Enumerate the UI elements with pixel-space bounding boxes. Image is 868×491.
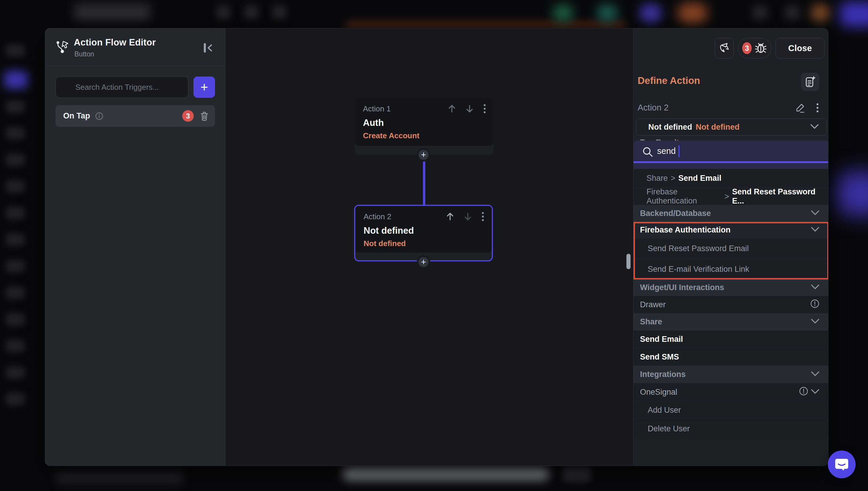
move-up-icon[interactable] bbox=[447, 104, 456, 113]
run-flow-icon bbox=[718, 42, 730, 55]
blurred-sidebar-item bbox=[6, 366, 25, 379]
item-send-sms[interactable]: Send SMS bbox=[633, 348, 829, 366]
item-delete-user[interactable]: Delete User bbox=[633, 419, 829, 438]
action-node-2-card: Action 2 Not defined Not defined bbox=[355, 206, 492, 253]
canvas-toolbar: 3 Close bbox=[715, 38, 825, 58]
move-down-icon[interactable] bbox=[465, 104, 474, 113]
blurred-banner-strip bbox=[346, 23, 626, 27]
blurred-topbar-icon bbox=[784, 5, 801, 21]
blurred-bottom-breadcrumb bbox=[56, 471, 183, 484]
blurred-sidebar-item bbox=[6, 233, 25, 246]
blurred-avatar-green bbox=[552, 4, 573, 23]
panel-title: Define Action bbox=[638, 75, 700, 86]
dropdown-value-secondary: Not defined bbox=[696, 123, 740, 132]
collapse-panel-button[interactable] bbox=[202, 41, 214, 54]
chevron-down-icon bbox=[810, 225, 820, 235]
result-firebase-send-reset[interactable]: Firebase Authentication > Send Reset Pas… bbox=[633, 187, 829, 205]
item-send-reset-password-email[interactable]: Send Reset Password Email bbox=[633, 238, 829, 259]
chevron-down-icon bbox=[810, 387, 820, 397]
blurred-primary-button bbox=[840, 2, 868, 27]
trigger-label: On Tap bbox=[63, 111, 90, 120]
add-trigger-button[interactable]: + bbox=[193, 77, 215, 98]
node-subtitle: Not defined bbox=[364, 239, 485, 248]
blurred-sidebar-item bbox=[6, 180, 25, 193]
result-share-send-email[interactable]: Share > Send Email bbox=[633, 169, 829, 187]
blurred-sidebar-item bbox=[6, 287, 25, 299]
blurred-sidebar-item bbox=[6, 207, 25, 219]
blurred-avatar-teal bbox=[597, 4, 618, 23]
blurred-sidebar-active-item bbox=[4, 71, 28, 89]
blurred-sidebar-item bbox=[6, 260, 25, 272]
section-firebase-authentication[interactable]: Firebase Authentication bbox=[633, 222, 829, 238]
chevron-down-icon bbox=[810, 317, 820, 326]
triggers-panel: Action Flow Editor Button + On Tap bbox=[45, 28, 226, 466]
action-search-field[interactable] bbox=[633, 141, 829, 163]
node-subtitle: Create Account bbox=[363, 131, 486, 140]
blurred-avatar-indigo bbox=[639, 4, 662, 23]
search-triggers-input[interactable] bbox=[56, 77, 188, 98]
add-action-button[interactable]: + bbox=[417, 148, 430, 162]
text-cursor bbox=[679, 145, 680, 157]
action-flow-editor-window: Action Flow Editor Button + On Tap bbox=[45, 28, 829, 466]
dropdown-value-primary: Not defined bbox=[648, 123, 692, 132]
item-send-email-verification-link[interactable]: Send E-mail Verification Link bbox=[633, 259, 829, 280]
action-search-input[interactable] bbox=[657, 141, 775, 161]
edit-action-icon[interactable] bbox=[795, 102, 806, 113]
warning-icon bbox=[799, 386, 809, 398]
flow-canvas[interactable]: Action 1 Auth Create Account + bbox=[226, 28, 633, 466]
item-drawer[interactable]: Drawer bbox=[633, 296, 829, 313]
blurred-sidebar-item bbox=[6, 313, 25, 325]
app-root: { "colors": { "accent_orange": "#e0855f"… bbox=[0, 0, 868, 491]
item-add-user[interactable]: Add User bbox=[633, 401, 829, 419]
blurred-sidebar-item bbox=[6, 127, 25, 139]
section-widget-ui-interactions[interactable]: Widget/UI Interactions bbox=[633, 280, 829, 296]
blurred-sidebar-item bbox=[6, 44, 25, 57]
node-menu-icon[interactable] bbox=[483, 104, 486, 114]
node-title: Auth bbox=[363, 118, 486, 128]
test-flow-button[interactable] bbox=[715, 38, 734, 58]
blurred-bottom-zoom-box bbox=[563, 466, 591, 482]
chevron-down-icon bbox=[810, 123, 819, 131]
move-up-icon[interactable] bbox=[446, 212, 454, 221]
action-flow-icon bbox=[55, 39, 69, 55]
node-connector-line bbox=[423, 161, 425, 206]
panel-subtitle: Button bbox=[74, 50, 94, 58]
panel-title: Action Flow Editor bbox=[74, 37, 156, 48]
delete-trigger-icon[interactable] bbox=[200, 111, 209, 121]
blurred-topbar-icon bbox=[216, 5, 231, 20]
blurred-topbar-project bbox=[74, 4, 151, 21]
add-action-button[interactable]: + bbox=[417, 255, 430, 269]
chat-bubble-icon bbox=[834, 456, 849, 473]
copy-action-button[interactable] bbox=[801, 73, 819, 91]
blurred-sidebar-item bbox=[6, 393, 25, 405]
debug-panel-button[interactable]: 3 bbox=[738, 38, 771, 58]
chat-launcher-button[interactable] bbox=[828, 451, 856, 478]
section-share[interactable]: Share bbox=[633, 313, 829, 330]
canvas-scrollbar-thumb[interactable] bbox=[626, 254, 631, 269]
item-send-email[interactable]: Send Email bbox=[633, 330, 829, 348]
trigger-search-row: + bbox=[56, 77, 215, 98]
blurred-avatar-orange bbox=[678, 3, 707, 24]
section-backend-database[interactable]: Backend/Database bbox=[633, 205, 829, 222]
chevron-down-icon bbox=[810, 209, 820, 218]
close-button[interactable]: Close bbox=[776, 38, 825, 58]
node-label: Action 1 bbox=[363, 104, 391, 113]
item-onesignal[interactable]: OneSignal bbox=[633, 383, 829, 401]
action-node-2-selected[interactable]: Action 2 Not defined Not defined bbox=[354, 205, 493, 261]
blurred-avatar-amber bbox=[811, 4, 830, 22]
node-menu-icon[interactable] bbox=[481, 211, 485, 222]
chevron-down-icon bbox=[810, 283, 820, 292]
highlighted-firebase-group: Firebase Authentication Send Reset Passw… bbox=[633, 222, 829, 280]
action-node-1[interactable]: Action 1 Auth Create Account bbox=[355, 98, 493, 155]
chevron-down-icon bbox=[810, 370, 820, 379]
action-type-dropdown[interactable]: Not defined Not defined bbox=[636, 118, 827, 136]
node-title: Not defined bbox=[364, 225, 485, 236]
define-action-panel: Define Action Action 2 Not defined Not d bbox=[633, 28, 829, 466]
trigger-item-on-tap[interactable]: On Tap 3 bbox=[56, 105, 215, 127]
blurred-sidebar-item bbox=[6, 340, 25, 352]
action-node-1-card: Action 1 Auth Create Account bbox=[355, 98, 493, 146]
move-down-icon[interactable] bbox=[463, 212, 472, 221]
triggers-panel-header: Action Flow Editor Button bbox=[45, 28, 225, 66]
action-menu-icon[interactable] bbox=[816, 102, 819, 113]
section-integrations[interactable]: Integrations bbox=[633, 366, 829, 383]
